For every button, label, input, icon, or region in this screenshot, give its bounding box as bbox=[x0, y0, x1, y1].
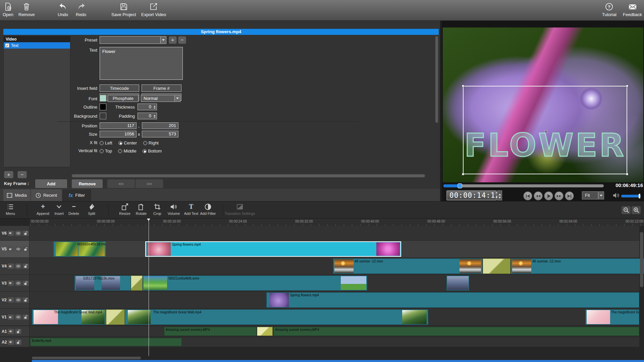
timeline-menu-button[interactable]: Menu bbox=[3, 203, 18, 216]
track-v5[interactable]: 665992e4f0c35.mov Spring flowers.mp4 bbox=[30, 241, 639, 257]
radio-middle[interactable] bbox=[118, 149, 122, 153]
undo-button[interactable]: Undo bbox=[58, 2, 68, 17]
crop-button[interactable]: Crop bbox=[151, 203, 164, 216]
mute-icon[interactable] bbox=[8, 281, 14, 286]
add-text-button[interactable]: T Add Text bbox=[182, 203, 200, 216]
mute-icon[interactable] bbox=[8, 263, 14, 269]
timeline-clip[interactable]: The magnificent Great Wall.mp4 bbox=[585, 309, 639, 325]
rewind-button[interactable] bbox=[534, 191, 543, 200]
eye-icon[interactable] bbox=[15, 263, 21, 269]
mute-icon[interactable] bbox=[8, 231, 14, 236]
mute-icon[interactable] bbox=[8, 297, 14, 303]
track-header-a1[interactable]: A1 bbox=[0, 326, 29, 337]
timecode-button[interactable]: Timecode bbox=[100, 84, 139, 92]
resize-handle[interactable] bbox=[626, 85, 628, 87]
mute-icon[interactable] bbox=[8, 246, 14, 252]
playhead[interactable] bbox=[149, 219, 149, 356]
lock-icon[interactable] bbox=[22, 246, 29, 252]
open-button[interactable]: Open bbox=[3, 2, 13, 17]
timeline-clip[interactable]: 48 sunrise -12.mov bbox=[333, 258, 482, 274]
track-header-v4[interactable]: V4 bbox=[0, 258, 29, 275]
insert-button[interactable]: Insert bbox=[52, 203, 66, 216]
seek-handle[interactable] bbox=[458, 183, 462, 188]
track-a2[interactable]: Butterfly.mp4 bbox=[30, 337, 639, 347]
video-viewport[interactable]: FLOWER bbox=[443, 27, 643, 182]
spinner-arrows-icon[interactable] bbox=[153, 113, 156, 118]
eye-icon[interactable] bbox=[15, 297, 21, 303]
font-style-dropdown[interactable]: Normal bbox=[141, 95, 180, 102]
mute-icon[interactable] bbox=[8, 314, 14, 320]
play-button[interactable] bbox=[544, 191, 553, 200]
mute-icon[interactable] bbox=[8, 340, 14, 345]
track-v1[interactable]: The magnificent Great Wall.mp4 The magni… bbox=[30, 309, 639, 325]
lock-icon[interactable] bbox=[22, 314, 29, 320]
timeline-clip[interactable]: 48 sunrise -12.mov bbox=[511, 258, 644, 274]
timeline-audio-clip[interactable]: Amazing sunset scenery.MP4 bbox=[273, 327, 639, 336]
track-header-v6[interactable]: V6 bbox=[0, 226, 29, 240]
lock-icon[interactable] bbox=[22, 281, 29, 286]
volume-button[interactable]: Volume bbox=[166, 203, 182, 216]
panel-vertical-scrollbar[interactable] bbox=[435, 36, 438, 123]
volume-slider[interactable] bbox=[621, 195, 641, 197]
track-header-v1[interactable]: V1 bbox=[0, 309, 29, 325]
lock-icon[interactable] bbox=[15, 340, 21, 345]
timeline-clip[interactable]: 56521ce8a4bfb.wmv bbox=[143, 276, 367, 291]
split-button[interactable]: Split bbox=[85, 203, 99, 216]
timeline-audio-clip[interactable]: Butterfly.mp4 bbox=[30, 338, 182, 346]
tab-media[interactable]: Media bbox=[3, 189, 30, 201]
tab-recent[interactable]: Recent bbox=[31, 189, 62, 201]
keyframe-add-button[interactable]: Add bbox=[35, 179, 67, 188]
transition-block[interactable] bbox=[131, 276, 143, 291]
frame-number-button[interactable]: Frame # bbox=[142, 84, 181, 92]
font-family-button[interactable]: Phosphate bbox=[108, 95, 139, 102]
resize-handle[interactable] bbox=[626, 173, 628, 175]
transition-settings-button[interactable]: Transition Settings bbox=[221, 203, 258, 216]
track-v4[interactable]: 48 sunrise -12.mov 48 sunrise -12.mov bbox=[30, 258, 639, 275]
track-header-v3[interactable]: V3 bbox=[0, 275, 29, 291]
text-input[interactable]: Flower bbox=[100, 47, 183, 80]
add-filter-plus-button[interactable]: + bbox=[4, 171, 13, 178]
preset-remove-button[interactable]: − bbox=[178, 36, 186, 44]
track-header-v5[interactable]: V5 bbox=[0, 241, 29, 257]
append-button[interactable]: + Append bbox=[35, 203, 51, 216]
track-header-v2[interactable]: V2 bbox=[0, 292, 29, 308]
seek-bar[interactable] bbox=[443, 184, 604, 187]
radio-right[interactable] bbox=[143, 141, 147, 145]
resize-button[interactable]: Resize bbox=[117, 203, 133, 216]
zoom-fit-dropdown[interactable]: Fit bbox=[582, 191, 604, 199]
keyframe-prev-button[interactable]: << bbox=[107, 179, 135, 188]
skip-to-start-button[interactable] bbox=[523, 191, 532, 200]
lock-icon[interactable] bbox=[22, 263, 29, 269]
tab-filter[interactable]: fx Filter bbox=[62, 189, 91, 201]
mute-icon[interactable] bbox=[8, 329, 14, 334]
feedback-button[interactable]: Feedback bbox=[623, 2, 642, 17]
eye-icon[interactable] bbox=[15, 281, 21, 286]
position-y-field[interactable]: 201 bbox=[142, 122, 178, 129]
eye-icon[interactable] bbox=[15, 314, 21, 320]
track-v6[interactable] bbox=[30, 226, 639, 240]
size-height-field[interactable]: 573 bbox=[142, 131, 178, 137]
track-v3[interactable]: 535171976a19c.mov 56521ce8a4bfb.wmv bbox=[30, 275, 639, 291]
skip-to-end-button[interactable] bbox=[565, 191, 574, 200]
timecode-spinner[interactable] bbox=[497, 190, 502, 200]
timeline-clip[interactable] bbox=[446, 276, 469, 291]
track-v2[interactable]: Spring flowers.mp4 bbox=[30, 292, 639, 308]
eye-icon[interactable] bbox=[15, 231, 21, 236]
radio-left[interactable] bbox=[100, 141, 104, 145]
radio-center[interactable] bbox=[118, 141, 122, 145]
timecode-display[interactable]: 00:00:14:12 bbox=[446, 190, 497, 200]
radio-bottom[interactable] bbox=[143, 149, 147, 153]
timeline-clip[interactable]: Spring flowers.mp4 bbox=[266, 292, 639, 308]
zoom-out-button[interactable] bbox=[622, 206, 631, 214]
timeline-ruler[interactable]: 00:00:00:00 00:00:08:00 00:00:16:00 00:0… bbox=[30, 219, 644, 227]
lock-icon[interactable] bbox=[22, 297, 29, 303]
transition-block[interactable] bbox=[106, 309, 125, 325]
keyframe-remove-button[interactable]: Remove bbox=[72, 179, 103, 188]
eye-icon[interactable] bbox=[15, 246, 21, 252]
timeline-clip[interactable]: The magnificent Great Wall.mp4 bbox=[125, 309, 428, 325]
timeline-clip[interactable]: 535171976a19c.mov bbox=[74, 276, 131, 291]
remove-button[interactable]: Remove bbox=[18, 2, 35, 17]
add-filter-button[interactable]: Add Filter bbox=[199, 203, 217, 216]
resize-handle[interactable] bbox=[462, 85, 464, 87]
zoom-in-button[interactable] bbox=[632, 206, 641, 214]
